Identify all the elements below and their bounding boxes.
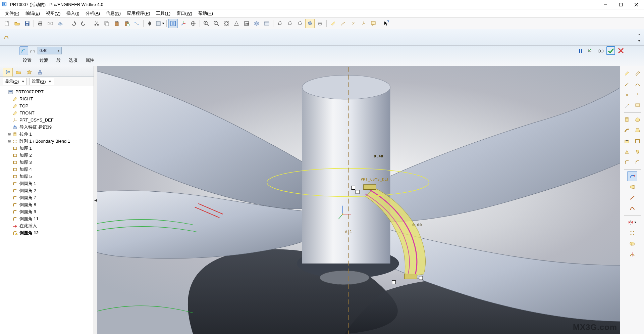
open-file-icon[interactable] bbox=[12, 19, 22, 28]
dash-scroll-down[interactable]: ▾ bbox=[636, 37, 642, 44]
select-filter-icon[interactable]: ▼ bbox=[155, 19, 165, 28]
zoom-in-icon[interactable] bbox=[202, 19, 211, 28]
wireframe-icon[interactable] bbox=[275, 19, 284, 28]
zoom-fit-icon[interactable] bbox=[222, 19, 231, 28]
rt-merge-icon[interactable] bbox=[627, 239, 637, 249]
menu-t[interactable]: 工具(T) bbox=[153, 10, 173, 17]
rt-trim-icon[interactable] bbox=[627, 249, 637, 259]
tree-show-combo[interactable]: 显示(O)▼ bbox=[3, 78, 27, 85]
rt-sketch-icon[interactable] bbox=[622, 101, 632, 111]
rt-style-arc-icon[interactable] bbox=[627, 203, 637, 213]
tree-item-0[interactable]: ·RIGHT bbox=[1, 95, 92, 102]
datum-csys-disp-icon[interactable] bbox=[359, 19, 368, 28]
menu-v[interactable]: 视图(V) bbox=[43, 10, 63, 17]
menu-e[interactable]: 编辑(E) bbox=[22, 10, 43, 17]
tree-item-2[interactable]: ·FRONT bbox=[1, 109, 92, 116]
tree-item-10[interactable]: ·加厚 4 bbox=[1, 166, 92, 173]
dash-scroll-up[interactable]: ▴ bbox=[636, 31, 642, 37]
tree-item-18[interactable]: ·在此插入 bbox=[1, 222, 92, 229]
find-icon[interactable] bbox=[145, 19, 155, 28]
orient-icon[interactable] bbox=[232, 19, 241, 28]
copy-icon[interactable] bbox=[102, 19, 111, 28]
paste-special-icon[interactable] bbox=[122, 19, 131, 28]
maximize-button[interactable] bbox=[613, 0, 629, 9]
tree-root[interactable]: ▸PRT0007.PRT bbox=[1, 88, 92, 95]
rt-csys-icon[interactable] bbox=[633, 90, 643, 100]
rt-extrude-icon[interactable] bbox=[622, 114, 632, 125]
preview-glasses-icon[interactable] bbox=[596, 46, 605, 55]
shaded-icon[interactable] bbox=[305, 19, 315, 28]
rt-axis-icon[interactable] bbox=[622, 79, 632, 89]
tree-settings-combo[interactable]: 设置(G)▼ bbox=[30, 78, 54, 85]
tree-item-11[interactable]: ·加厚 5 bbox=[1, 173, 92, 180]
rt-plane-icon[interactable] bbox=[622, 68, 632, 79]
rt-style-line-icon[interactable] bbox=[627, 193, 637, 203]
rt-sweep-icon[interactable] bbox=[622, 125, 632, 135]
rt-chamfer-icon[interactable] bbox=[633, 157, 643, 168]
annotation-disp-icon[interactable] bbox=[369, 19, 378, 28]
rt-blend-icon[interactable] bbox=[633, 125, 643, 135]
tree-item-16[interactable]: ·倒圆角 9 bbox=[1, 208, 92, 215]
spin-center-icon[interactable] bbox=[189, 19, 198, 28]
saved-views-icon[interactable]: AB bbox=[242, 19, 251, 28]
tree-tab-folder-icon[interactable] bbox=[13, 68, 23, 77]
rt-draft-icon[interactable] bbox=[633, 147, 643, 157]
close-button[interactable] bbox=[629, 0, 644, 9]
no-hidden-icon[interactable] bbox=[295, 19, 305, 28]
tree-item-13[interactable]: ·倒圆角 2 bbox=[1, 187, 92, 194]
zoom-out-icon[interactable] bbox=[212, 19, 221, 28]
tree-item-17[interactable]: ·倒圆角 11 bbox=[1, 215, 92, 222]
viewmgr-icon[interactable] bbox=[262, 19, 271, 28]
save-icon[interactable] bbox=[22, 19, 32, 28]
regen-icon[interactable] bbox=[168, 19, 178, 28]
round-transition-mode-icon[interactable] bbox=[28, 46, 37, 55]
rt-pattern-icon[interactable] bbox=[627, 228, 637, 238]
csys-display-icon[interactable] bbox=[178, 19, 188, 28]
rt-rib-icon[interactable] bbox=[622, 147, 632, 157]
cloud-icon[interactable] bbox=[56, 19, 65, 28]
datum-axis-disp-icon[interactable] bbox=[338, 19, 348, 28]
datum-plane-disp-icon[interactable] bbox=[328, 19, 338, 28]
tree-item-7[interactable]: ·加厚 1 bbox=[1, 145, 92, 152]
tree-item-4[interactable]: ·导入特征 标识39 bbox=[1, 124, 92, 131]
propagate-icon[interactable] bbox=[132, 19, 142, 28]
tree-item-3[interactable]: ·PRT_CSYS_DEF bbox=[1, 116, 92, 124]
rt-plane-offset-icon[interactable] bbox=[633, 68, 643, 79]
tree-item-5[interactable]: ⊞拉伸 1 bbox=[1, 131, 92, 138]
menu-h[interactable]: 帮助(H) bbox=[195, 10, 216, 17]
paste-icon[interactable] bbox=[112, 19, 121, 28]
email-icon[interactable] bbox=[46, 19, 55, 28]
dash-tab-3[interactable]: 选项 bbox=[65, 56, 82, 64]
rt-curve-icon[interactable] bbox=[633, 79, 643, 89]
undo-icon[interactable] bbox=[69, 19, 78, 28]
enhanced-real-icon[interactable] bbox=[315, 19, 325, 28]
menu-i[interactable]: 插入(I) bbox=[63, 10, 82, 17]
ok-button[interactable] bbox=[606, 46, 615, 55]
tree-collapse-handle[interactable]: ◀ bbox=[94, 66, 97, 334]
help-pointer-icon[interactable]: ? bbox=[382, 19, 391, 28]
pause-icon[interactable] bbox=[576, 46, 585, 55]
cancel-button[interactable] bbox=[616, 46, 625, 55]
tree-tab-conn-icon[interactable] bbox=[35, 68, 45, 77]
dim1-label[interactable]: 0.40 bbox=[374, 154, 383, 158]
dash-tab-2[interactable]: 段 bbox=[52, 56, 65, 64]
rt-style-surf-icon[interactable] bbox=[627, 182, 637, 192]
tree-item-15[interactable]: ·倒圆角 8 bbox=[1, 201, 92, 208]
new-file-icon[interactable] bbox=[2, 19, 12, 28]
dash-tab-1[interactable]: 过渡 bbox=[36, 56, 52, 64]
rt-mirror-icon[interactable]: ▼ bbox=[627, 217, 637, 227]
rt-point-icon[interactable] bbox=[622, 90, 632, 100]
tree-tab-model-icon[interactable] bbox=[3, 68, 13, 77]
tree-item-8[interactable]: ·加厚 2 bbox=[1, 152, 92, 159]
menu-f[interactable]: 文件(F) bbox=[2, 10, 22, 17]
3d-viewport[interactable]: PRT_CSYS_DEF A_1 0.40 0.00 MX3G.com bbox=[97, 66, 620, 334]
rt-revolve-icon[interactable] bbox=[633, 114, 643, 125]
rt-round-icon[interactable] bbox=[622, 157, 632, 168]
dash-tab-0[interactable]: 设置 bbox=[19, 56, 36, 64]
rt-shell-icon[interactable] bbox=[633, 136, 643, 146]
verify-checkbox-icon[interactable] bbox=[586, 46, 595, 55]
cut-icon[interactable] bbox=[92, 19, 101, 28]
tree-tab-fav-icon[interactable] bbox=[24, 68, 34, 77]
round-radius-input[interactable]: 0.40▼ bbox=[38, 47, 62, 54]
datum-point-disp-icon[interactable]: x bbox=[348, 19, 358, 28]
